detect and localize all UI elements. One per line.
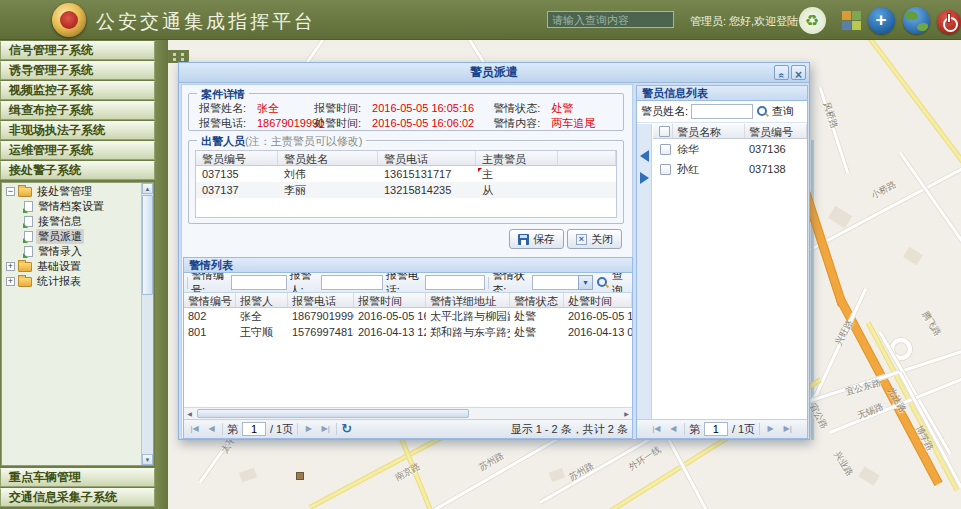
window-collapse-button[interactable] bbox=[774, 65, 789, 80]
tree-scrollbar[interactable] bbox=[141, 183, 153, 465]
add-button[interactable] bbox=[866, 5, 896, 35]
field-value: 18679019990 bbox=[257, 117, 311, 129]
sidebar-splitter[interactable] bbox=[155, 40, 168, 509]
collapse-node-icon[interactable] bbox=[6, 187, 15, 196]
toolbar-separator bbox=[187, 277, 188, 289]
column-header[interactable]: 主责警员 bbox=[476, 151, 558, 165]
column-header[interactable]: 警员电话 bbox=[378, 151, 476, 165]
column-header[interactable]: 报警人 bbox=[236, 293, 288, 307]
row-checkbox[interactable] bbox=[660, 164, 671, 175]
table-row[interactable]: 徐华 037136 bbox=[653, 139, 807, 159]
sidebar-item-traffic-collection[interactable]: 交通信息采集子系统 bbox=[0, 488, 155, 507]
table-row[interactable]: 037135 刘伟 13615131717 主 bbox=[196, 166, 616, 182]
expand-node-icon[interactable] bbox=[6, 262, 15, 271]
tree-node-statistics[interactable]: 统计报表 bbox=[2, 274, 137, 288]
caller-phone-input[interactable] bbox=[425, 275, 485, 290]
scrollbar-thumb[interactable] bbox=[197, 409, 469, 418]
transfer-left-arrow-icon[interactable] bbox=[640, 150, 649, 162]
column-header[interactable]: 警员编号 bbox=[745, 124, 807, 138]
query-button[interactable]: 查询 bbox=[612, 273, 629, 293]
global-search-input[interactable] bbox=[547, 11, 674, 28]
table-row[interactable]: 802 张全 18679019990 2016-05-05 16:... 太平北… bbox=[184, 308, 632, 324]
sidebar-item-offsite-enforcement[interactable]: 非现场执法子系统 bbox=[0, 121, 155, 140]
tree-node-alert-archive[interactable]: 警情档案设置 bbox=[2, 199, 137, 213]
page-prefix: 第 bbox=[689, 422, 700, 437]
column-header[interactable]: 处警时间 bbox=[564, 293, 632, 307]
folder-icon bbox=[18, 277, 32, 287]
folder-icon bbox=[18, 262, 32, 272]
tree-node-alert-info[interactable]: 接警信息 bbox=[2, 214, 137, 228]
sidebar-item-dispatch[interactable]: 接处警子系统 bbox=[0, 161, 155, 180]
tree-node-label: 警员派遣 bbox=[36, 229, 84, 244]
officer-name-input[interactable] bbox=[691, 104, 753, 119]
column-header[interactable]: 警情详细地址 bbox=[426, 293, 510, 307]
refresh-icon[interactable] bbox=[341, 422, 352, 436]
scroll-down-icon[interactable] bbox=[142, 454, 153, 465]
save-button[interactable]: 保存 bbox=[509, 229, 564, 249]
first-page-button[interactable] bbox=[188, 422, 201, 436]
last-page-button[interactable] bbox=[781, 422, 794, 436]
sidebar-item-video[interactable]: 视频监控子系统 bbox=[0, 81, 155, 100]
refresh-button[interactable] bbox=[797, 5, 827, 35]
search-icon[interactable] bbox=[596, 276, 609, 289]
folder-icon bbox=[18, 187, 32, 197]
window-close-button[interactable] bbox=[791, 65, 806, 80]
last-page-button[interactable] bbox=[319, 422, 332, 436]
scroll-up-icon[interactable] bbox=[142, 183, 153, 194]
transfer-right-arrow-icon[interactable] bbox=[640, 172, 649, 184]
tree-node-label: 统计报表 bbox=[35, 274, 83, 289]
sidebar-item-key-vehicles[interactable]: 重点车辆管理 bbox=[0, 468, 155, 487]
column-header-filler bbox=[558, 151, 616, 165]
column-header[interactable]: 报警电话 bbox=[288, 293, 354, 307]
query-button[interactable]: 查询 bbox=[772, 104, 794, 119]
prev-page-button[interactable] bbox=[667, 422, 680, 436]
column-header[interactable]: 警员姓名 bbox=[278, 151, 378, 165]
page-number-input[interactable] bbox=[704, 422, 728, 436]
table-row[interactable]: 037137 李丽 13215814235 从 bbox=[196, 182, 616, 198]
column-header-sorted[interactable]: 警情编号 bbox=[184, 293, 236, 307]
page-number-input[interactable] bbox=[242, 422, 266, 436]
sidebar-item-investigation[interactable]: 缉查布控子系统 bbox=[0, 101, 155, 120]
road-label: 腾飞路 bbox=[918, 309, 943, 339]
column-header[interactable]: 警情状态 bbox=[510, 293, 564, 307]
cell-modified[interactable]: 主 bbox=[476, 167, 558, 182]
search-icon[interactable] bbox=[756, 105, 769, 118]
cell[interactable]: 从 bbox=[476, 183, 558, 198]
field-label: 处警时间: bbox=[314, 116, 372, 131]
sidebar-item-guidance[interactable]: 诱导管理子系统 bbox=[0, 61, 155, 80]
tree-node-alert-entry[interactable]: 警情录入 bbox=[2, 244, 137, 258]
column-header[interactable]: 报警时间 bbox=[354, 293, 426, 307]
sidebar-tree-panel: 接处警管理 警情档案设置 接警信息 警员派遣 警情录入 基础设置 bbox=[1, 182, 154, 466]
table-row[interactable]: 801 王守顺 15769974813 2016-04-13 12:... 郑和… bbox=[184, 324, 632, 340]
alert-status-value[interactable] bbox=[532, 275, 578, 290]
tree-node-officer-dispatch[interactable]: 警员派遣 bbox=[2, 229, 137, 243]
modules-button[interactable] bbox=[836, 5, 866, 35]
row-checkbox[interactable] bbox=[660, 144, 671, 155]
horizontal-scrollbar[interactable] bbox=[184, 407, 632, 419]
chevron-down-icon[interactable] bbox=[578, 275, 593, 290]
tree-node-dispatch-mgmt[interactable]: 接处警管理 bbox=[2, 184, 137, 198]
alert-status-select[interactable] bbox=[532, 275, 593, 290]
logout-button[interactable] bbox=[934, 7, 961, 37]
select-all-checkbox[interactable] bbox=[659, 126, 670, 137]
window-titlebar[interactable]: 警员派遣 bbox=[179, 63, 809, 83]
table-row[interactable]: 孙红 037138 bbox=[653, 159, 807, 179]
sidebar-item-signal[interactable]: 信号管理子系统 bbox=[0, 41, 155, 60]
next-page-button[interactable] bbox=[764, 422, 777, 436]
first-page-button[interactable] bbox=[650, 422, 663, 436]
cell: 037137 bbox=[196, 184, 278, 196]
column-header[interactable]: 警员名称 bbox=[673, 124, 745, 138]
tree-node-basic-settings[interactable]: 基础设置 bbox=[2, 259, 137, 273]
alert-id-input[interactable] bbox=[231, 275, 287, 290]
caller-name-input[interactable] bbox=[321, 275, 383, 290]
map-mode-button[interactable] bbox=[901, 5, 931, 35]
scroll-left-icon[interactable] bbox=[184, 409, 195, 419]
next-page-button[interactable] bbox=[302, 422, 315, 436]
column-header[interactable]: 警员编号 bbox=[196, 151, 278, 165]
scrollbar-thumb[interactable] bbox=[142, 195, 153, 295]
sidebar-item-operations[interactable]: 运维管理子系统 bbox=[0, 141, 155, 160]
prev-page-button[interactable] bbox=[205, 422, 218, 436]
scroll-right-icon[interactable] bbox=[621, 409, 632, 419]
close-button[interactable]: 关闭 bbox=[567, 229, 622, 249]
expand-node-icon[interactable] bbox=[6, 277, 15, 286]
